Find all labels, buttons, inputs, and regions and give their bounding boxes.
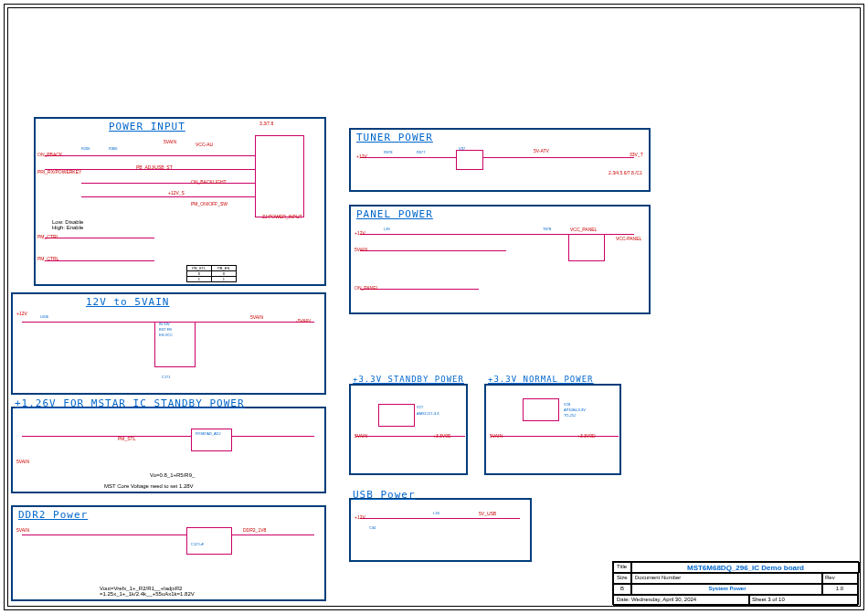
net-vcc-au: VCC-AU xyxy=(196,142,213,147)
ref-l18: L18 xyxy=(433,511,439,515)
net-33vt: 33V_T xyxy=(630,152,643,157)
ref-ap1084: AP1084-3.3V xyxy=(564,408,586,412)
block-title-3v3sb: +3.3V STANDBY POWER xyxy=(353,375,464,384)
net-vcc-panel-hdr: VCC_PANEL xyxy=(570,227,597,232)
net-neg5vain: -5VAIN xyxy=(296,318,311,323)
net-vcc-panel: VCC-PANEL xyxy=(616,236,641,241)
net-pm-onoff: PM_ON/OFF_SW xyxy=(191,201,228,206)
net-on-pback: ON_PBACK xyxy=(37,152,62,157)
net-zj-power: ZJ:POWER_INPUT xyxy=(262,214,302,219)
tb-date: Date: Wednesday, April 30, 2024 xyxy=(613,595,750,606)
ref-v27: V27 xyxy=(417,405,423,409)
ic-v27 xyxy=(378,404,415,427)
net-12v-panel: +12V xyxy=(355,230,365,236)
block-title-12v5v: 12V to 5VAIN xyxy=(86,296,169,308)
wire xyxy=(360,250,506,251)
wire xyxy=(81,183,255,184)
block-1v26-standby: +1.26V FOR MSTAR IC STANDBY POWER 5VAIN … xyxy=(11,407,326,493)
ic-lm1117 xyxy=(186,527,232,555)
wire xyxy=(45,155,255,156)
net-offpage: 3.3/7.8 xyxy=(259,121,273,126)
block-usb-power: USB Power +12V 5V_USB C34 L18 xyxy=(349,498,532,562)
ref-r6: T878 xyxy=(543,227,551,231)
ref-r206: R206 xyxy=(81,146,90,151)
net-3v3os: +3.3V0S xyxy=(433,433,450,439)
net-pm-stl: PM_STL xyxy=(118,436,135,441)
note-mst-core: MST Core Voltage need to set 1.28V xyxy=(104,483,194,489)
block-title-power-input: POWER INPUT xyxy=(109,121,185,132)
tb-date-val: Wednesday, April 30, 2024 xyxy=(631,597,696,602)
tb-rev-lbl: Rev xyxy=(821,573,858,584)
net-5vain: 5VAIN xyxy=(164,139,176,144)
ic-v34 xyxy=(456,150,483,170)
block-title-3v3n: +3.3V NORMAL POWER xyxy=(488,375,594,384)
ref-l606: L606 xyxy=(40,314,48,319)
note-vo-calc: Vo=0.8_1+R5/R9_ xyxy=(150,472,195,478)
ic-panel-switch xyxy=(568,234,605,261)
tb-title: MST6M68DQ_296_IC Demo board xyxy=(631,562,860,573)
ref-to252: TO-252 xyxy=(564,413,577,418)
net-3v3od: +3.3V0D xyxy=(577,433,596,439)
block-ddr2-power: DDR2 Power 5VAIN DDR2_1V8 Vout=Vrefx_1+_… xyxy=(11,505,326,601)
tbl-hdr2: PB_EN xyxy=(212,266,237,270)
net-pri-rx: PRI_RX/POWERKEY xyxy=(37,169,81,175)
ref-r977: R977 xyxy=(417,150,426,154)
net-on-backlight: ON_BACKLIGHT xyxy=(191,179,227,185)
net-5vain-panel: 5VAIN xyxy=(355,247,367,252)
block-title-ddr2: DDR2 Power xyxy=(18,509,88,521)
net-5v-atv: 5V-ATV xyxy=(534,148,549,154)
wire xyxy=(22,535,314,535)
net-5vain-3v3n: 5VAIN xyxy=(490,433,503,439)
ref-l39: L39 xyxy=(384,227,390,231)
block-3v3-standby: +3.3V STANDBY POWER 5VAIN +3.3V0S AMS111… xyxy=(349,384,468,475)
block-3v3-normal: +3.3V NORMAL POWER 5VAIN +3.3V0D V28 AP1… xyxy=(484,384,621,475)
tb-docnum: Document Number xyxy=(631,573,823,584)
tb-sheet: Sheet 3 of 10 xyxy=(748,595,858,606)
wire xyxy=(81,196,255,197)
net-5vain-ddr: 5VAIN xyxy=(16,527,29,533)
block-title-1v26: +1.26V FOR MSTAR IC STANDBY POWER xyxy=(15,397,245,409)
net-pm-ctrl-2: PM_CTRL xyxy=(37,256,58,261)
net-5vain-3v3s: 5VAIN xyxy=(355,433,367,439)
net-5vain-out: 5VAIN xyxy=(250,314,263,320)
tb-subtitle: System Power xyxy=(631,584,823,595)
tbl-r2c2: 1 xyxy=(212,277,237,281)
ref-c34: C34 xyxy=(369,525,376,530)
tb-rev: 1.0 xyxy=(821,584,858,595)
block-title-tuner: TUNER POWER xyxy=(356,132,433,143)
wire xyxy=(45,238,154,238)
block-tuner-power: TUNER POWER +12V 5V-ATV 33V_T 2.3/4.5.6/… xyxy=(349,128,651,192)
tb-sheet-tot: 10 xyxy=(778,597,785,602)
net-12v-in: +12V xyxy=(16,311,27,316)
ref-v34: V37 xyxy=(459,146,465,151)
ic-v28 xyxy=(523,398,559,421)
net-on-panel: ON_PANEL xyxy=(355,285,378,291)
net-12v-usb: +12V xyxy=(355,514,365,520)
block-power-input: POWER INPUT ON_PBACK PRI_RX/POWERKEY PM_… xyxy=(34,117,326,286)
ref-r978: R978 xyxy=(384,150,393,154)
ref-lm1117: C127uF xyxy=(191,542,204,546)
wire xyxy=(491,436,619,437)
block-12v-5vain: 12V to 5VAIN +12V 5VAIN -5VAIN C171 L606… xyxy=(11,292,326,395)
net-12v-s: +12V_S xyxy=(168,190,185,196)
title-block: Title MST6M68DQ_296_IC Demo board Size D… xyxy=(612,561,859,605)
block-panel-power: PANEL POWER +12V 5VAIN ON_PANEL VCC_PANE… xyxy=(349,205,651,314)
ref-ams1117: AMS1117-3.3 xyxy=(417,411,439,416)
net-pages: 2.3/4.5.6/7.8./C1 xyxy=(609,170,642,175)
ref-mp2354: C171 xyxy=(162,375,171,379)
tbl-hdr1: PB_STL xyxy=(187,266,212,270)
wire xyxy=(360,157,634,158)
wire xyxy=(22,436,314,437)
tbl-r2c1: 1 xyxy=(187,277,212,281)
net-5v-usb: 5V_USB xyxy=(479,511,496,516)
net-pb-adj: PB_ADJ/USB_ST xyxy=(136,164,173,170)
note-low-high: Low: Disable High: Enable xyxy=(52,219,83,230)
net-5vain-1v26: 5VAIN xyxy=(16,459,29,464)
ref-v28: V28 xyxy=(564,402,570,407)
tb-size-lbl: Size xyxy=(613,573,631,584)
net-12v-tuner: +12V xyxy=(356,154,367,159)
net-ddr2-1v8: DDR2_1V8 xyxy=(243,527,266,533)
wire xyxy=(45,260,154,261)
ic-pins: IN SWBST FBEN VCC xyxy=(159,322,173,338)
ref-ry887: RY887AD_ADJ xyxy=(196,431,221,436)
